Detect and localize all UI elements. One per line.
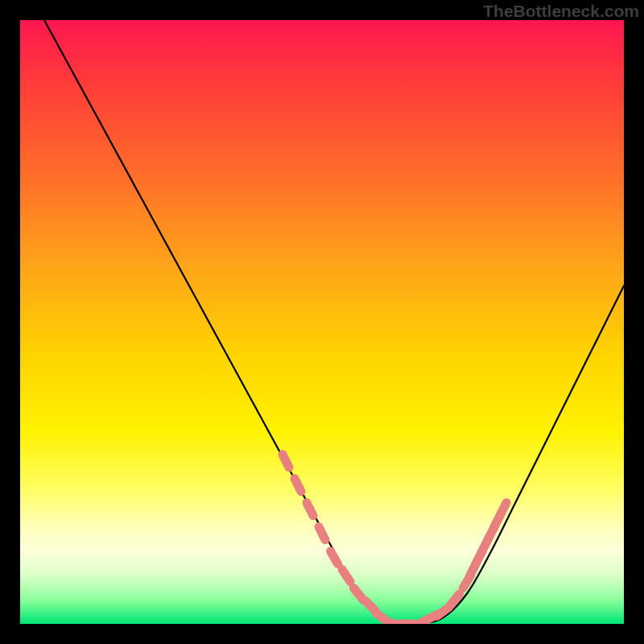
plot-area xyxy=(20,20,624,624)
watermark-text: TheBottleneck.com xyxy=(483,2,639,21)
gradient-background xyxy=(20,20,624,624)
chart-container: TheBottleneck.com xyxy=(0,0,644,644)
